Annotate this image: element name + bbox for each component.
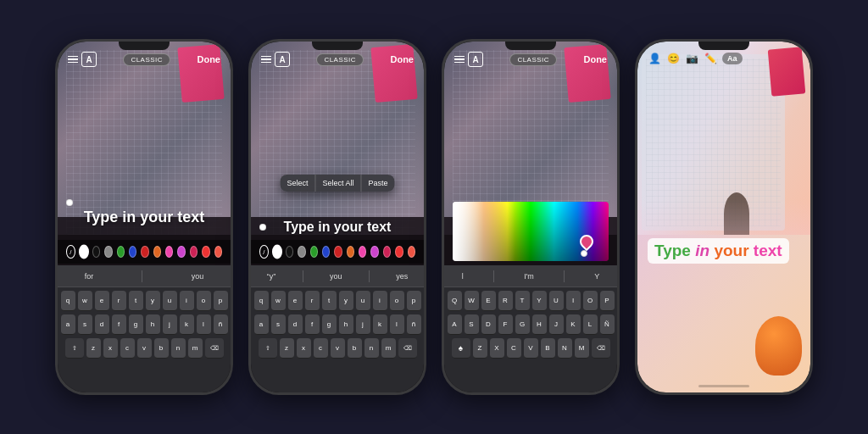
key-delete-1[interactable]: ⌫: [205, 338, 224, 359]
key-q-2[interactable]: q: [254, 291, 269, 311]
key-W-3[interactable]: W: [465, 291, 479, 311]
suggestion-y-2[interactable]: “y”: [262, 272, 281, 281]
color-red-1[interactable]: [141, 246, 148, 258]
color-blue-1[interactable]: [129, 246, 136, 258]
key-b-1[interactable]: b: [154, 338, 169, 359]
font-icon-3[interactable]: A: [468, 52, 483, 67]
key-n-2[interactable]: n: [364, 338, 379, 359]
key-n-tilde-1[interactable]: ñ: [214, 314, 228, 335]
key-H-3[interactable]: H: [532, 314, 547, 335]
suggestion-for-1[interactable]: for: [80, 272, 99, 281]
key-P-3[interactable]: P: [600, 291, 615, 311]
color-green-2[interactable]: [310, 246, 318, 258]
key-f-1[interactable]: f: [112, 314, 126, 335]
color-gray-1[interactable]: [104, 246, 112, 258]
key-B-3[interactable]: B: [541, 338, 555, 359]
suggestion-y-3[interactable]: Y: [589, 272, 604, 281]
color-picker-3[interactable]: [453, 202, 609, 261]
color-brightred-1[interactable]: [202, 246, 209, 258]
key-S-3[interactable]: S: [465, 314, 479, 335]
key-Q-3[interactable]: Q: [448, 291, 462, 311]
key-shift-1[interactable]: ⇧: [65, 338, 84, 359]
key-A-3[interactable]: A: [448, 314, 462, 335]
pen-icon-4[interactable]: ✏️: [704, 52, 717, 65]
color-darkpink-2[interactable]: [383, 246, 391, 258]
color-black-1[interactable]: [92, 246, 100, 258]
key-z-1[interactable]: z: [86, 338, 101, 359]
context-paste-2[interactable]: Paste: [362, 175, 395, 192]
key-X-3[interactable]: X: [490, 338, 504, 359]
key-Z-3[interactable]: Z: [473, 338, 487, 359]
key-f-2[interactable]: f: [305, 314, 320, 335]
key-u-1[interactable]: u: [163, 291, 177, 311]
key-r-1[interactable]: r: [112, 291, 126, 311]
key-l-1[interactable]: l: [197, 314, 211, 335]
key-g-2[interactable]: g: [322, 314, 337, 335]
done-button-3[interactable]: Done: [583, 54, 607, 64]
hamburger-icon-2[interactable]: [261, 56, 271, 64]
key-N-tilde-3[interactable]: Ñ: [600, 314, 615, 335]
key-I-3[interactable]: I: [566, 291, 581, 311]
context-select-all-2[interactable]: Select All: [315, 175, 360, 192]
key-p-1[interactable]: p: [214, 291, 228, 311]
key-r-2[interactable]: r: [305, 291, 320, 311]
key-i-2[interactable]: i: [373, 291, 387, 311]
key-t-1[interactable]: t: [129, 291, 143, 311]
key-L-3[interactable]: L: [583, 314, 598, 335]
key-e-2[interactable]: e: [288, 291, 303, 311]
key-M-3[interactable]: M: [575, 338, 589, 359]
key-spade-3[interactable]: ♠: [452, 338, 470, 359]
color-black-2[interactable]: [286, 246, 293, 258]
key-j-1[interactable]: j: [163, 314, 177, 335]
key-i-1[interactable]: i: [180, 291, 194, 311]
color-green-1[interactable]: [117, 246, 125, 258]
color-pink-1[interactable]: [165, 246, 173, 258]
aa-button-4[interactable]: Aa: [722, 53, 743, 64]
smiley-icon-4[interactable]: 😊: [666, 52, 680, 65]
key-o-2[interactable]: o: [390, 291, 404, 311]
key-K-3[interactable]: K: [566, 314, 581, 335]
key-c-2[interactable]: c: [314, 338, 328, 359]
key-k-1[interactable]: k: [180, 314, 194, 335]
color-brightred-2[interactable]: [395, 246, 403, 258]
key-N-3[interactable]: N: [558, 338, 572, 359]
eraser-icon-2[interactable]: [259, 245, 269, 259]
key-p-2[interactable]: p: [407, 291, 421, 311]
color-blue-2[interactable]: [322, 246, 330, 258]
key-z-2[interactable]: z: [280, 338, 294, 359]
suggestion-l-3[interactable]: l: [457, 272, 469, 281]
key-V-3[interactable]: V: [524, 338, 538, 359]
key-c-1[interactable]: c: [120, 338, 135, 359]
classic-badge-3[interactable]: CLASSIC: [509, 53, 557, 66]
key-j-2[interactable]: j: [356, 314, 370, 335]
hamburger-icon-3[interactable]: [454, 56, 465, 64]
key-n-1[interactable]: n: [171, 338, 186, 359]
key-O-3[interactable]: O: [583, 291, 598, 311]
suggestion-you-1[interactable]: you: [186, 272, 209, 281]
key-g-1[interactable]: g: [129, 314, 143, 335]
key-s-2[interactable]: s: [271, 314, 286, 335]
suggestion-im-3[interactable]: I'm: [519, 272, 539, 281]
key-h-1[interactable]: h: [146, 314, 160, 335]
key-e-1[interactable]: e: [95, 291, 109, 311]
color-purple-2[interactable]: [370, 246, 378, 258]
key-v-1[interactable]: v: [137, 338, 152, 359]
key-n-tilde-2[interactable]: ñ: [407, 314, 421, 335]
color-white-2[interactable]: [272, 245, 282, 259]
key-R-3[interactable]: R: [498, 291, 513, 311]
key-t-2[interactable]: t: [322, 291, 337, 311]
color-gray-2[interactable]: [298, 246, 305, 258]
color-purple-1[interactable]: [177, 246, 185, 258]
font-icon-2[interactable]: A: [275, 52, 290, 67]
key-x-1[interactable]: x: [103, 338, 118, 359]
key-h-2[interactable]: h: [339, 314, 353, 335]
key-T-3[interactable]: T: [515, 291, 530, 311]
key-m-2[interactable]: m: [381, 338, 396, 359]
key-v-2[interactable]: v: [331, 338, 345, 359]
key-y-1[interactable]: y: [146, 291, 160, 311]
context-select-2[interactable]: Select: [280, 175, 314, 192]
classic-badge-1[interactable]: CLASSIC: [123, 53, 170, 66]
key-G-3[interactable]: G: [515, 314, 530, 335]
font-icon-1[interactable]: A: [81, 52, 97, 67]
classic-badge-2[interactable]: CLASSIC: [316, 53, 364, 66]
